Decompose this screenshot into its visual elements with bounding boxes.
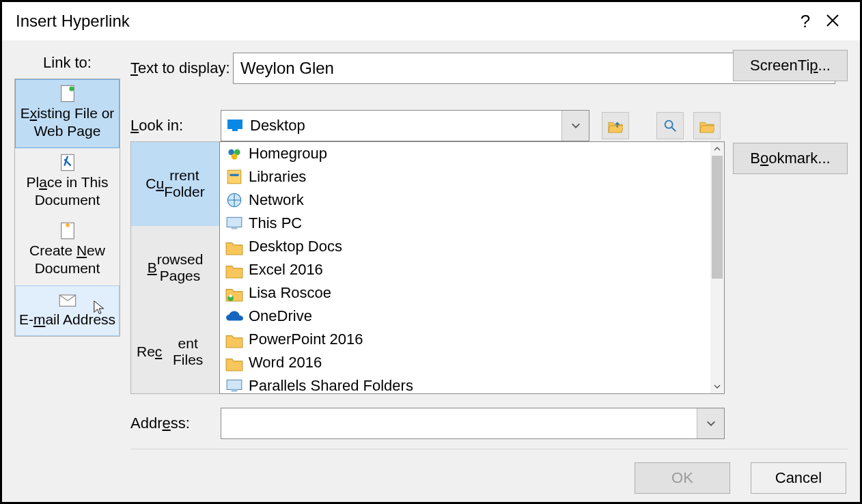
scroll-up-icon (713, 145, 721, 153)
linkto-list: Existing File orWeb Page Place in ThisDo… (14, 79, 120, 337)
ok-button[interactable]: OK (635, 462, 730, 494)
list-item-label: OneDrive (249, 307, 312, 325)
lookin-combo[interactable]: Desktop (221, 110, 589, 141)
page-location-icon (58, 153, 77, 172)
lookin-dropdown[interactable] (561, 111, 589, 141)
linkto-panel: Link to: Existing File orWeb Page Place … (14, 54, 120, 337)
side-buttons: ScreenTip... Bookmark... (733, 50, 848, 174)
search-icon (663, 118, 678, 133)
bottom-buttons: OK Cancel (130, 462, 848, 494)
separator (130, 449, 848, 449)
list-item-label: Parallels Shared Folders (249, 377, 413, 393)
desktop-icon (227, 117, 243, 134)
dialog-body: Link to: Existing File orWeb Page Place … (2, 40, 860, 502)
linkto-place-in-doc[interactable]: Place in ThisDocument (15, 148, 120, 217)
list-item-label: Homegroup (249, 145, 327, 163)
address-dropdown[interactable] (697, 408, 724, 438)
folder-open-icon (699, 118, 714, 133)
folder-icon (225, 261, 243, 279)
chevron-down-icon (706, 418, 717, 429)
browse-tabs: CurrentFolder BrowsedPages Recent Files (130, 141, 219, 394)
screentip-button[interactable]: ScreenTip... (733, 50, 848, 81)
list-item[interactable]: Homegroup (220, 142, 710, 165)
list-item-label: Excel 2016 (249, 261, 323, 279)
homegroup-icon (225, 145, 243, 163)
libraries-icon (225, 168, 243, 186)
help-button[interactable]: ? (792, 11, 819, 32)
list-item[interactable]: Word 2016 (220, 351, 710, 374)
list-item[interactable]: Libraries (220, 165, 710, 188)
file-list[interactable]: HomegroupLibrariesNetworkThis PCDesktop … (219, 141, 725, 394)
user-icon (225, 284, 243, 302)
cancel-button[interactable]: Cancel (751, 462, 846, 494)
list-item-label: Libraries (249, 168, 306, 186)
folder-icon (225, 354, 243, 372)
page-web-icon (58, 84, 77, 103)
list-item-label: Lisa Roscoe (249, 284, 331, 302)
list-item[interactable]: Excel 2016 (220, 258, 710, 281)
scrollbar-thumb[interactable] (712, 156, 723, 279)
address-combo[interactable] (221, 408, 725, 439)
cursor-icon (93, 300, 108, 315)
list-item-label: Word 2016 (249, 354, 322, 372)
lookin-value: Desktop (250, 117, 305, 135)
linkto-existing-file[interactable]: Existing File orWeb Page (15, 79, 120, 148)
folder-up-icon (608, 118, 623, 133)
list-item[interactable]: Lisa Roscoe (220, 281, 710, 305)
onedrive-icon (225, 307, 243, 325)
list-item[interactable]: Parallels Shared Folders (220, 374, 710, 393)
list-item[interactable]: Network (220, 188, 710, 212)
browse-panel: CurrentFolder BrowsedPages Recent Files … (130, 141, 725, 394)
folder-icon (225, 331, 243, 348)
list-item[interactable]: PowerPoint 2016 (220, 328, 710, 351)
text-to-display-label: Text to display: (130, 59, 233, 77)
folder-icon (225, 238, 243, 255)
list-item[interactable]: Desktop Docs (220, 235, 710, 258)
pc-icon (225, 377, 243, 393)
list-item-label: This PC (249, 214, 302, 232)
linkto-create-new[interactable]: Create NewDocument (15, 216, 120, 285)
close-button[interactable] (819, 11, 846, 32)
bookmark-button[interactable]: Bookmark... (733, 143, 848, 174)
tab-current-folder[interactable]: CurrentFolder (131, 142, 219, 226)
list-item[interactable]: This PC (220, 212, 710, 235)
pc-icon (225, 214, 243, 232)
lookin-label: Look in: (130, 117, 221, 135)
linkto-email[interactable]: E-mail Address (15, 285, 120, 336)
titlebar: Insert Hyperlink ? (2, 2, 860, 40)
tab-recent-files[interactable]: Recent Files (131, 309, 219, 393)
scrollbar[interactable] (710, 142, 724, 393)
close-icon (826, 14, 839, 27)
address-row: Address: (130, 408, 725, 439)
network-icon (225, 191, 243, 209)
right-panel: Text to display: ScreenTip... Bookmark..… (130, 50, 848, 502)
list-item-label: Network (249, 191, 304, 209)
dialog-title: Insert Hyperlink (16, 12, 130, 31)
list-item-label: PowerPoint 2016 (249, 331, 363, 348)
browse-web-button[interactable] (656, 112, 684, 139)
linkto-header: Link to: (14, 54, 120, 72)
list-item-label: Desktop Docs (249, 238, 342, 255)
scroll-down-icon (713, 382, 721, 391)
up-one-level-button[interactable] (602, 112, 629, 139)
tab-browsed-pages[interactable]: BrowsedPages (131, 226, 219, 310)
page-new-icon (58, 221, 77, 240)
mail-icon (58, 290, 77, 309)
chevron-down-icon (570, 120, 581, 131)
browse-file-button[interactable] (693, 112, 721, 139)
list-item[interactable]: OneDrive (220, 305, 710, 328)
address-label: Address: (130, 415, 221, 432)
